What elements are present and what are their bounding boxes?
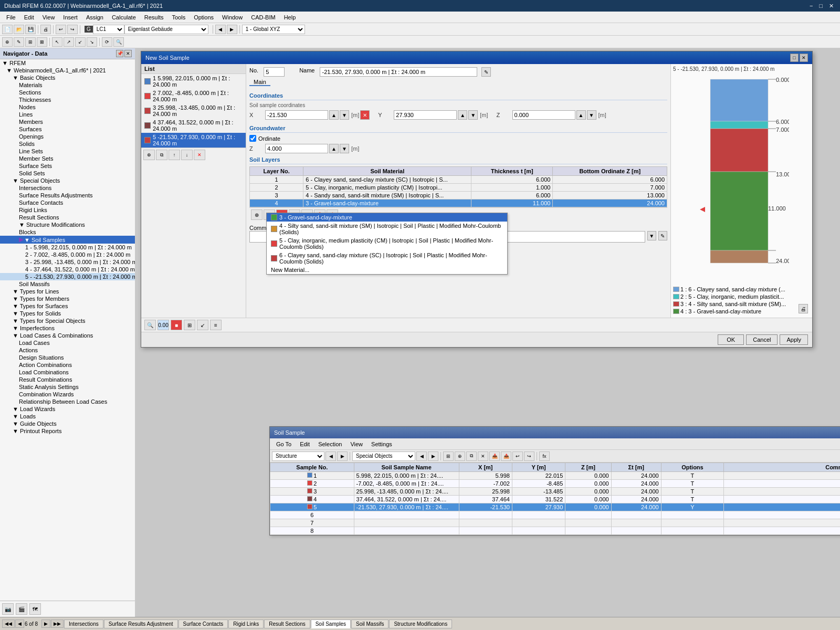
nav-item-36[interactable]: ▼ Imperfections: [0, 324, 135, 332]
btb-fx[interactable]: fx: [539, 452, 550, 461]
nav-item-24[interactable]: ▶▼ Soil Samples: [0, 236, 135, 244]
bdm-view[interactable]: View: [346, 440, 367, 448]
tb2-btn5[interactable]: ↖: [52, 37, 62, 47]
nav-item-23[interactable]: Blocks: [0, 228, 135, 236]
x-spin-dn[interactable]: ▼: [340, 110, 349, 120]
menu-item-edit[interactable]: Edit: [20, 13, 38, 22]
btb-2[interactable]: ⊕: [455, 452, 465, 461]
tb2-btn3[interactable]: ⊞: [25, 37, 36, 47]
comment-btn2[interactable]: ✎: [658, 231, 667, 240]
new-btn[interactable]: 📄: [2, 25, 13, 34]
nav-item-14[interactable]: Surface Sets: [0, 162, 135, 170]
prev-lc-btn[interactable]: ◀: [215, 25, 226, 34]
nav-item-25[interactable]: 1 - 5.998, 22.015, 0.000 m | Σt : 24.000…: [0, 244, 135, 251]
bdm-settings[interactable]: Settings: [367, 440, 396, 448]
tb2-zoom[interactable]: 🔍: [113, 37, 124, 47]
menu-item-file[interactable]: File: [2, 13, 20, 22]
nav-item-6[interactable]: Nodes: [0, 103, 135, 111]
bottom-row-5[interactable]: 6: [270, 511, 841, 519]
bdm-goto[interactable]: Go To: [272, 440, 296, 448]
tab-intersections[interactable]: Intersections: [64, 620, 103, 628]
bottom-row-0[interactable]: 1 5.998, 22.015, 0.000 m | Σt : 24.... 5…: [270, 472, 841, 480]
nav-item-32[interactable]: ▼ Types for Members: [0, 295, 135, 302]
list-down-btn[interactable]: ↓: [181, 150, 193, 160]
tab-soil-massifs[interactable]: Soil Massifs: [351, 620, 388, 628]
nav-item-42[interactable]: Load Combinations: [0, 369, 135, 376]
ordinate-check[interactable]: [249, 135, 256, 142]
comment-btn1[interactable]: ▼: [647, 231, 656, 240]
menu-item-results[interactable]: Results: [140, 13, 168, 22]
menu-item-window[interactable]: Window: [218, 13, 247, 22]
z-spin-dn[interactable]: ▼: [587, 110, 596, 120]
bottom-row-7[interactable]: 8: [270, 527, 841, 535]
nav-item-5[interactable]: Thicknesses: [0, 96, 135, 103]
nav-item-47[interactable]: ▼ Load Wizards: [0, 405, 135, 413]
nav-item-1[interactable]: ▼ Webinarmodell_GA-1_all.rf6* | 2021: [0, 67, 135, 74]
nav-item-43[interactable]: Result Combinations: [0, 376, 135, 383]
nav-item-50[interactable]: ▼ Printout Reports: [0, 427, 135, 435]
nav-item-2[interactable]: ▼ Basic Objects: [0, 74, 135, 81]
bottom-row-2[interactable]: 3 25.998, -13.485, 0.000 m | Σt : 24....…: [270, 488, 841, 496]
layer-row-1[interactable]: 2 5 - Clay, inorganic, medium plasticity…: [250, 184, 667, 192]
nav-item-0[interactable]: ▼ RFEM: [0, 59, 135, 67]
dlg-assign-btn[interactable]: ⊞: [184, 320, 195, 330]
layer-row-0[interactable]: 1 6 - Clayey sand, sand-clay mixture (SC…: [250, 176, 667, 184]
bottom-row-1[interactable]: 2 -7.002, -8.485, 0.000 m | Σt : 24.... …: [270, 480, 841, 488]
soil-list-item-0[interactable]: 1 5.998, 22.015, 0.000 m | Σt : 24.000 m: [141, 74, 246, 89]
btb-6[interactable]: 📤: [501, 452, 511, 461]
bottom-row-3[interactable]: 4 37.464, 31.522, 0.000 m | Σt : 24.... …: [270, 496, 841, 503]
main-tab[interactable]: Main: [249, 79, 270, 86]
btb-1[interactable]: ⊞: [443, 452, 454, 461]
spec-next[interactable]: ▶: [428, 452, 438, 461]
tb2-btn7[interactable]: ↙: [75, 37, 86, 47]
menu-item-cadbim[interactable]: CAD-BIM: [247, 13, 279, 22]
nav-item-9[interactable]: Surfaces: [0, 125, 135, 133]
nav-item-8[interactable]: Members: [0, 118, 135, 125]
ok-button[interactable]: OK: [718, 334, 744, 345]
bdm-selection[interactable]: Selection: [314, 440, 346, 448]
dropdown-item-0[interactable]: 3 - Gravel-sand-clay-mixture: [267, 213, 507, 222]
cancel-button[interactable]: Cancel: [746, 334, 778, 345]
print-viz-btn[interactable]: 🖨: [799, 304, 808, 313]
nav-item-39[interactable]: Actions: [0, 346, 135, 354]
menu-item-view[interactable]: View: [38, 13, 59, 22]
nav-pin-btn[interactable]: 📌: [116, 50, 123, 57]
no-input[interactable]: [264, 67, 285, 77]
tb2-btn8[interactable]: ↘: [87, 37, 97, 47]
name-edit-btn[interactable]: ✎: [481, 67, 491, 77]
lc-name-select[interactable]: Eigenlast Gebäude: [124, 25, 208, 34]
next-lc-btn[interactable]: ▶: [227, 25, 237, 34]
bottom-row-4[interactable]: 5 -21.530, 27.930, 0.000 m | Σt : 24....…: [270, 503, 841, 511]
nav-close-btn[interactable]: ✕: [124, 50, 132, 57]
bottom-row-6[interactable]: 7: [270, 519, 841, 527]
tab-rigid-links[interactable]: Rigid Links: [228, 620, 264, 628]
tab-surface-results-adjustment[interactable]: Surface Results Adjustment: [104, 620, 178, 628]
menu-item-help[interactable]: Help: [280, 13, 300, 22]
menu-item-tools[interactable]: Tools: [167, 13, 190, 22]
y-spin-up[interactable]: ▲: [458, 110, 467, 120]
undo-btn[interactable]: ↩: [56, 25, 66, 34]
coord-system-select[interactable]: 1 - Global XYZ: [242, 25, 305, 34]
nav-item-4[interactable]: Sections: [0, 89, 135, 96]
open-btn[interactable]: 📂: [14, 25, 24, 34]
dlg-arrow-btn[interactable]: ↙: [197, 320, 208, 330]
nav-item-41[interactable]: Action Combinations: [0, 361, 135, 369]
tab-prev[interactable]: ◀◀: [2, 620, 15, 628]
nav-item-37[interactable]: ▼ Load Cases & Combinations: [0, 332, 135, 339]
nav-item-20[interactable]: Rigid Links: [0, 206, 135, 214]
nav-item-16[interactable]: ▼ Special Objects: [0, 177, 135, 184]
dropdown-item-4[interactable]: New Material...: [267, 266, 507, 274]
dropdown-item-1[interactable]: 4 - Silty sand, sand-silt mixture (SM) |…: [267, 222, 507, 236]
nav-item-15[interactable]: Solid Sets: [0, 170, 135, 177]
x-input[interactable]: [265, 110, 328, 120]
dlg-calc-btn[interactable]: ≡: [210, 320, 222, 330]
btb-4[interactable]: ✕: [478, 452, 488, 461]
x-spin-up[interactable]: ▲: [329, 110, 339, 120]
zGW-input[interactable]: [265, 144, 328, 153]
nav-camera-btn[interactable]: 📷: [2, 603, 14, 615]
soil-list-item-3[interactable]: 4 37.464, 31.522, 0.000 m | Σt : 24.000 …: [141, 118, 246, 133]
nav-item-19[interactable]: Surface Contacts: [0, 199, 135, 206]
dlg-num-btn[interactable]: 0.00: [158, 320, 169, 330]
list-add-btn[interactable]: ⊕: [143, 150, 155, 160]
nav-item-33[interactable]: ▼ Types for Surfaces: [0, 302, 135, 310]
